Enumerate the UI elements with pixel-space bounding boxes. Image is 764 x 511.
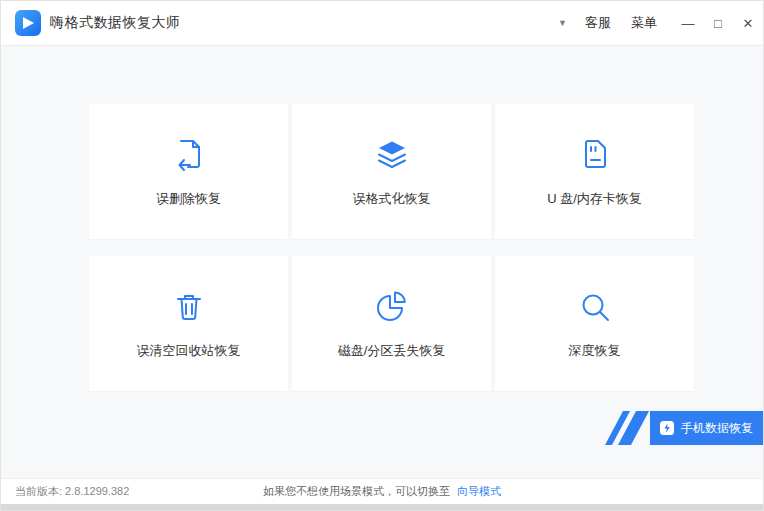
minimize-button[interactable]: — xyxy=(673,1,703,45)
titlebar-actions: ▼ 客服 菜单 — □ ✕ xyxy=(550,1,763,45)
version-text: 当前版本: 2.8.1299.382 xyxy=(1,484,129,499)
deep-scan-icon xyxy=(575,287,615,327)
mode-hint: 如果您不想使用场景模式，可以切换至 向导模式 xyxy=(263,484,501,499)
recycle-bin-icon xyxy=(169,287,209,327)
phone-recovery-bar: 手机数据恢复 xyxy=(614,411,763,445)
app-window: 嗨格式数据恢复大师 ▼ 客服 菜单 — □ ✕ xyxy=(0,0,764,511)
wizard-mode-link[interactable]: 向导模式 xyxy=(457,485,501,497)
card-label: 误清空回收站恢复 xyxy=(137,342,241,360)
main-area: 误删除恢复 误格式化恢复 xyxy=(1,46,763,478)
support-button[interactable]: 客服 xyxy=(575,8,621,38)
usb-memory-card-icon xyxy=(575,135,615,175)
card-disk-partition-recovery[interactable]: 磁盘/分区丢失恢复 xyxy=(292,256,491,391)
format-layers-icon xyxy=(372,135,412,175)
phone-recovery-label: 手机数据恢复 xyxy=(681,420,753,437)
titlebar: 嗨格式数据恢复大师 ▼ 客服 菜单 — □ ✕ xyxy=(1,1,763,46)
card-label: 深度恢复 xyxy=(569,342,621,360)
card-recyclebin-recovery[interactable]: 误清空回收站恢复 xyxy=(89,256,288,391)
phone-icon xyxy=(659,420,675,436)
card-usb-memorycard-recovery[interactable]: U 盘/内存卡恢复 xyxy=(495,104,694,239)
app-logo-icon xyxy=(15,10,41,36)
recovery-mode-grid: 误删除恢复 误格式化恢复 xyxy=(89,104,695,391)
card-label: U 盘/内存卡恢复 xyxy=(547,190,642,208)
card-undelete-recovery[interactable]: 误删除恢复 xyxy=(89,104,288,239)
mode-hint-text: 如果您不想使用场景模式，可以切换至 xyxy=(263,485,450,497)
phone-recovery-button[interactable]: 手机数据恢复 xyxy=(650,411,763,445)
card-label: 误格式化恢复 xyxy=(353,190,431,208)
menu-button[interactable]: 菜单 xyxy=(621,8,667,38)
card-label: 误删除恢复 xyxy=(156,190,221,208)
card-label: 磁盘/分区丢失恢复 xyxy=(338,342,446,360)
file-restore-icon xyxy=(169,135,209,175)
card-unformat-recovery[interactable]: 误格式化恢复 xyxy=(292,104,491,239)
close-button[interactable]: ✕ xyxy=(733,1,763,45)
card-deep-recovery[interactable]: 深度恢复 xyxy=(495,256,694,391)
window-bottom-edge xyxy=(1,504,763,510)
maximize-button[interactable]: □ xyxy=(703,1,733,45)
chevron-down-icon[interactable]: ▼ xyxy=(550,12,575,34)
footer: 当前版本: 2.8.1299.382 如果您不想使用场景模式，可以切换至 向导模… xyxy=(1,478,763,504)
app-title: 嗨格式数据恢复大师 xyxy=(50,14,181,32)
disk-partition-icon xyxy=(372,287,412,327)
window-controls: — □ ✕ xyxy=(673,1,763,45)
